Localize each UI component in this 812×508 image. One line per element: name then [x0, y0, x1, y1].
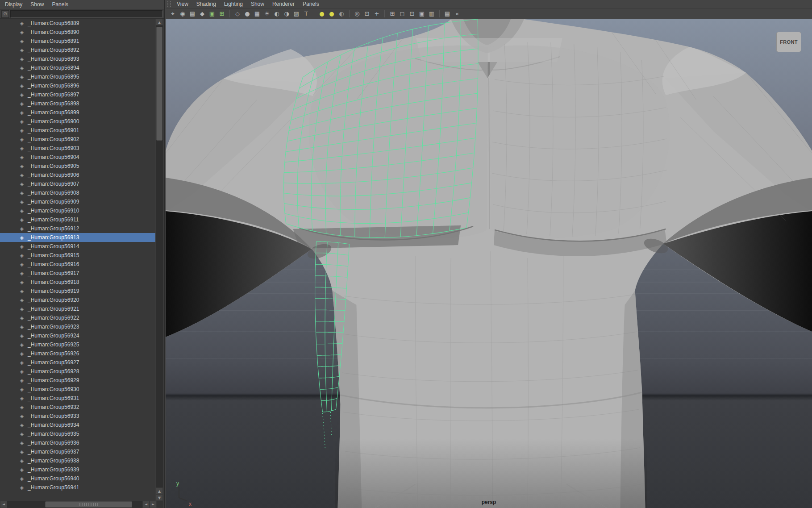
outliner-item[interactable]: ◈_Human:Group56901 — [0, 126, 155, 135]
anti-alias-icon[interactable]: ▨ — [292, 9, 301, 18]
textured-icon[interactable]: ▦ — [253, 9, 262, 18]
shadows-icon[interactable]: ◐ — [272, 9, 281, 18]
outliner-item[interactable]: ◈_Human:Group56930 — [0, 385, 155, 394]
outliner-item[interactable]: ◈_Human:Group56891 — [0, 37, 155, 46]
viewport-canvas[interactable]: y x FRONT persp — [166, 19, 812, 508]
outliner-item[interactable]: ◈_Human:Group56917 — [0, 269, 155, 278]
outliner-item[interactable]: ◈_Human:Group56939 — [0, 465, 155, 474]
lock-camera-icon[interactable]: ◉ — [178, 9, 187, 18]
outliner-filter-input[interactable] — [10, 10, 162, 18]
outliner-item[interactable]: ◈_Human:Group56892 — [0, 46, 155, 54]
gate-mask-icon[interactable]: ▣ — [417, 9, 426, 18]
outliner-item[interactable]: ◈_Human:Group56924 — [0, 331, 155, 340]
outliner-item[interactable]: ◈_Human:Group56897 — [0, 90, 155, 99]
front-image-plane[interactable]: FRONT — [776, 32, 801, 52]
outliner-item[interactable]: ◈_Human:Group56890 — [0, 28, 155, 37]
resolution-gate-icon[interactable]: ⊡ — [408, 9, 416, 18]
object-details-icon[interactable]: « — [453, 9, 462, 18]
image-plane-icon[interactable]: ▣ — [208, 9, 217, 18]
vertical-scrollbar-thumb[interactable] — [156, 27, 162, 141]
scroll-left-arrow-right-end[interactable]: ◄ — [142, 501, 150, 508]
outliner-item[interactable]: ◈_Human:Group56925 — [0, 340, 155, 349]
outliner-item[interactable]: ◈_Human:Group56931 — [0, 394, 155, 403]
menu-show-viewport[interactable]: Show — [247, 0, 268, 8]
outliner-item[interactable]: ◈_Human:Group56904 — [0, 153, 155, 162]
menu-panels[interactable]: Panels — [48, 0, 72, 9]
gamma-icon[interactable]: ● — [327, 9, 336, 18]
outliner-item[interactable]: ◈_Human:Group56921 — [0, 304, 155, 313]
outliner-item[interactable]: ◈_Human:Group56910 — [0, 206, 155, 215]
exposure-icon[interactable]: ● — [317, 9, 326, 18]
menu-shading[interactable]: Shading — [192, 0, 220, 8]
outliner-item[interactable]: ◈_Human:Group56922 — [0, 313, 155, 322]
outliner-item[interactable]: ◈_Human:Group56916 — [0, 260, 155, 269]
filter-icon-button[interactable]: ⊙ — [1, 10, 9, 18]
xray-joints-icon[interactable]: + — [372, 9, 381, 18]
vertical-scrollbar-track[interactable] — [156, 25, 163, 487]
menu-lighting[interactable]: Lighting — [220, 0, 247, 8]
outliner-item[interactable]: ◈_Human:Group56933 — [0, 412, 155, 421]
outliner-item[interactable]: ◈_Human:Group56941 — [0, 483, 155, 492]
3d-scene[interactable]: y x — [166, 19, 812, 508]
outliner-item[interactable]: ◈_Human:Group56926 — [0, 349, 155, 358]
menu-display[interactable]: Display — [1, 0, 26, 9]
outliner-item[interactable]: ◈_Human:Group56937 — [0, 447, 155, 456]
menu-renderer[interactable]: Renderer — [268, 0, 299, 8]
outliner-item[interactable]: ◈_Human:Group56932 — [0, 403, 155, 412]
outliner-item[interactable]: ◈_Human:Group56894 — [0, 63, 155, 72]
textured-channel-icon[interactable]: T — [302, 9, 311, 18]
outliner-item[interactable]: ◈_Human:Group56935 — [0, 429, 155, 438]
isolate-select-icon[interactable]: ◎ — [353, 9, 362, 18]
scroll-up-arrow[interactable]: ▲ — [156, 19, 163, 25]
outliner-item[interactable]: ◈_Human:Group56913 — [0, 233, 155, 242]
outliner-item[interactable]: ◈_Human:Group56908 — [0, 188, 155, 197]
scroll-up-arrow-bottom[interactable]: ▲ — [156, 487, 163, 494]
outliner-item[interactable]: ◈_Human:Group56927 — [0, 358, 155, 367]
hud-icon[interactable]: ▤ — [443, 9, 452, 18]
menu-panels-viewport[interactable]: Panels — [299, 0, 323, 8]
background-gradient-icon[interactable]: ◐ — [337, 9, 346, 18]
bookmarks-icon[interactable]: ◆ — [198, 9, 207, 18]
pan-zoom-icon[interactable]: ⊞ — [217, 9, 226, 18]
outliner-item[interactable]: ◈_Human:Group56911 — [0, 215, 155, 224]
outliner-item[interactable]: ◈_Human:Group56902 — [0, 135, 155, 144]
xray-icon[interactable]: ⊡ — [362, 9, 371, 18]
grid-icon[interactable]: ⊞ — [388, 9, 397, 18]
film-gate-icon[interactable]: ◻ — [398, 9, 407, 18]
outliner-item[interactable]: ◈_Human:Group56893 — [0, 54, 155, 63]
outliner-item[interactable]: ◈_Human:Group56919 — [0, 287, 155, 296]
outliner-item[interactable]: ◈_Human:Group56912 — [0, 224, 155, 233]
smooth-shade-icon[interactable]: ● — [243, 9, 252, 18]
outliner-item[interactable]: ◈_Human:Group56899 — [0, 108, 155, 117]
use-all-lights-icon[interactable]: ☀ — [262, 9, 271, 18]
panel-grip[interactable] — [167, 1, 171, 7]
menu-view[interactable]: View — [173, 0, 192, 8]
outliner-item[interactable]: ◈_Human:Group56905 — [0, 162, 155, 171]
outliner-item[interactable]: ◈_Human:Group56918 — [0, 278, 155, 287]
outliner-item[interactable]: ◈_Human:Group56928 — [0, 367, 155, 376]
outliner-item[interactable]: ◈_Human:Group56929 — [0, 376, 155, 385]
horizontal-scrollbar-thumb[interactable] — [45, 501, 132, 508]
outliner-item[interactable]: ◈_Human:Group56909 — [0, 197, 155, 206]
outliner-list[interactable]: ◈_Human:Group56889◈_Human:Group56890◈_Hu… — [0, 19, 155, 501]
outliner-item[interactable]: ◈_Human:Group56889 — [0, 19, 155, 28]
outliner-item[interactable]: ◈_Human:Group56900 — [0, 117, 155, 126]
outliner-item[interactable]: ◈_Human:Group56906 — [0, 171, 155, 179]
outliner-item[interactable]: ◈_Human:Group56915 — [0, 251, 155, 260]
outliner-item[interactable]: ◈_Human:Group56914 — [0, 242, 155, 251]
horizontal-scrollbar-track[interactable] — [7, 501, 142, 508]
wireframe-icon[interactable]: ◇ — [233, 9, 242, 18]
outliner-item[interactable]: ◈_Human:Group56934 — [0, 421, 155, 429]
field-chart-icon[interactable]: ▥ — [427, 9, 436, 18]
outliner-item[interactable]: ◈_Human:Group56895 — [0, 72, 155, 81]
camera-attributes-icon[interactable]: ▤ — [188, 9, 197, 18]
outliner-item[interactable]: ◈_Human:Group56907 — [0, 179, 155, 188]
outliner-item[interactable]: ◈_Human:Group56903 — [0, 144, 155, 153]
outliner-item[interactable]: ◈_Human:Group56923 — [0, 322, 155, 331]
outliner-item[interactable]: ◈_Human:Group56898 — [0, 99, 155, 108]
scroll-left-arrow[interactable]: ◄ — [0, 501, 7, 508]
scroll-down-arrow[interactable]: ▼ — [156, 494, 163, 501]
menu-show[interactable]: Show — [26, 0, 48, 9]
select-camera-icon[interactable]: ⌖ — [168, 9, 177, 18]
outliner-item[interactable]: ◈_Human:Group56896 — [0, 81, 155, 90]
